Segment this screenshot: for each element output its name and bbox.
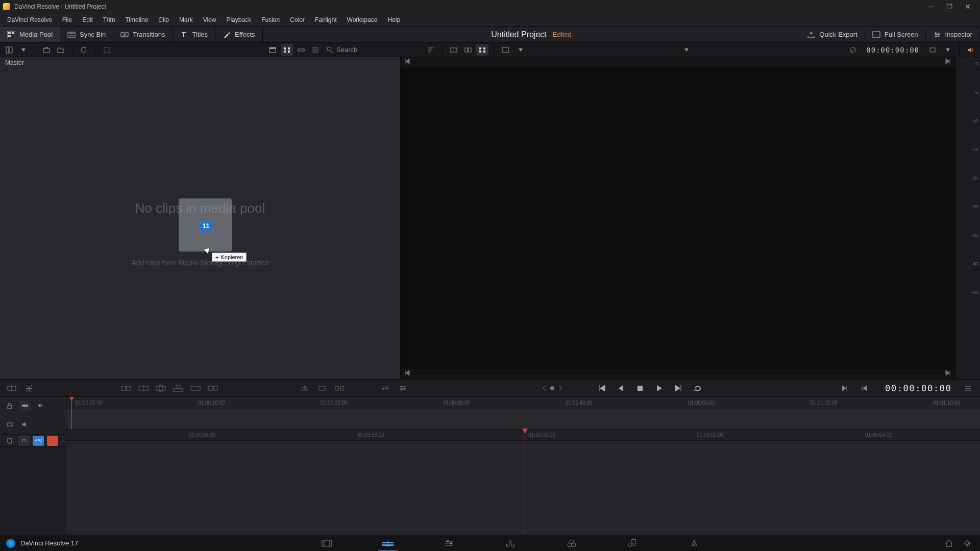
- cut-button[interactable]: [314, 382, 330, 395]
- track-mode-a[interactable]: [19, 400, 31, 411]
- step-back-button[interactable]: [613, 382, 628, 395]
- home-button[interactable]: [944, 539, 953, 547]
- audio-meter-toggle[interactable]: [965, 44, 977, 56]
- viewer-dropdown[interactable]: [680, 44, 693, 56]
- sync-button[interactable]: [395, 382, 410, 395]
- menu-help[interactable]: Help: [382, 13, 405, 26]
- boring-next[interactable]: [558, 385, 563, 391]
- viewer-last-button[interactable]: [945, 58, 952, 65]
- timeline-options-button[interactable]: [961, 382, 976, 395]
- menu-fairlight[interactable]: Fairlight: [310, 13, 342, 26]
- page-media[interactable]: [314, 535, 339, 552]
- inspector-toggle[interactable]: Inspector: [926, 31, 980, 39]
- av-sync-icon[interactable]: A/V: [33, 436, 44, 446]
- menu-edit[interactable]: Edit: [77, 13, 98, 26]
- media-pool-toggle[interactable]: Media Pool: [0, 27, 60, 42]
- strip-view-button[interactable]: [295, 44, 307, 56]
- media-pool-panel[interactable]: Master No clips in media pool Add clips …: [0, 57, 401, 379]
- effects-toggle[interactable]: Effects: [215, 27, 263, 42]
- lower-playhead[interactable]: [525, 430, 525, 535]
- boring-prev[interactable]: [542, 385, 547, 391]
- append-button[interactable]: [118, 382, 134, 395]
- viewer-next-edit-button[interactable]: [945, 370, 952, 377]
- track-mode-b[interactable]: [35, 400, 46, 411]
- blade-button[interactable]: [21, 382, 37, 395]
- go-last-button[interactable]: [671, 382, 687, 395]
- viewer-first-button[interactable]: [404, 58, 411, 65]
- list-view-button[interactable]: [309, 44, 322, 56]
- minimize-button[interactable]: ─: [922, 1, 940, 13]
- page-color[interactable]: [559, 535, 584, 552]
- menu-fusion[interactable]: Fusion: [256, 13, 285, 26]
- record-icon[interactable]: [47, 436, 58, 446]
- menu-color[interactable]: Color: [285, 13, 310, 26]
- menu-view[interactable]: View: [198, 13, 222, 26]
- thumbnail-view-button[interactable]: [281, 44, 293, 56]
- upper-track[interactable]: [66, 409, 980, 430]
- import-media-button[interactable]: [40, 44, 53, 56]
- timeline-timecode[interactable]: 00:00:00:00: [885, 383, 951, 393]
- page-edit[interactable]: [436, 535, 462, 552]
- marker-icon[interactable]: [4, 436, 15, 446]
- timecode-menu[interactable]: [926, 44, 939, 56]
- lower-ruler[interactable]: 00:59:56:00 00:59:58:00 01:00:00:00 01:0…: [66, 430, 980, 441]
- smart-insert-button[interactable]: [4, 382, 19, 395]
- stop-button[interactable]: [632, 382, 648, 395]
- page-deliver[interactable]: [681, 535, 707, 552]
- viewer-timecode[interactable]: 00:00:00:00: [866, 46, 919, 54]
- lower-tracks[interactable]: [66, 441, 980, 535]
- track-enable-a[interactable]: [4, 419, 15, 430]
- loop-button[interactable]: [691, 382, 706, 395]
- track-lock-icon[interactable]: [4, 400, 15, 411]
- next-clip-button[interactable]: [837, 382, 852, 395]
- track-audio-a[interactable]: [19, 419, 31, 430]
- snap-icon[interactable]: ⊓: [18, 436, 30, 446]
- page-fusion[interactable]: [498, 535, 523, 552]
- timeline-canvas[interactable]: 01:00:00:00 01:00:10:00 01:00:20:00 01:0…: [66, 397, 980, 535]
- refresh-button[interactable]: [78, 44, 90, 56]
- place-on-top-button[interactable]: [170, 382, 186, 395]
- ripple-button[interactable]: [136, 382, 151, 395]
- viewer-prev-edit-button[interactable]: [404, 370, 411, 377]
- close-up-button[interactable]: [153, 382, 168, 395]
- sort-button[interactable]: [425, 44, 437, 56]
- transitions-toggle[interactable]: Transitions: [113, 27, 173, 42]
- safe-area-dropdown[interactable]: [514, 44, 527, 56]
- menu-timeline[interactable]: Timeline: [120, 13, 153, 26]
- menu-mark[interactable]: Mark: [174, 13, 198, 26]
- menu-playback[interactable]: Playback: [221, 13, 256, 26]
- bin-path[interactable]: Master: [0, 57, 400, 68]
- dissolve-button[interactable]: [297, 382, 312, 395]
- quick-export-button[interactable]: Quick Export: [800, 31, 865, 39]
- upper-playhead[interactable]: [71, 397, 72, 430]
- sync-bin-toggle[interactable]: Sync Bin: [60, 27, 113, 42]
- page-cut[interactable]: [375, 535, 401, 552]
- viewer-canvas[interactable]: [401, 67, 955, 369]
- titles-toggle[interactable]: Titles: [173, 27, 215, 42]
- menu-clip[interactable]: Clip: [153, 13, 174, 26]
- tools-menu-button[interactable]: [378, 382, 393, 395]
- bypass-fx-button[interactable]: [847, 44, 859, 56]
- page-fairlight[interactable]: [620, 535, 646, 552]
- play-button[interactable]: [652, 382, 667, 395]
- safe-area-button[interactable]: [499, 44, 511, 56]
- smooth-cut-button[interactable]: [332, 382, 347, 395]
- metadata-view-button[interactable]: [266, 44, 279, 56]
- menu-trim[interactable]: Trim: [98, 13, 120, 26]
- maximize-button[interactable]: ☐: [940, 1, 959, 13]
- bin-list-toggle[interactable]: [3, 44, 15, 56]
- close-button[interactable]: ✕: [959, 1, 977, 13]
- prev-clip-button[interactable]: [856, 382, 872, 395]
- viewer-mode-source[interactable]: [448, 44, 460, 56]
- import-folder-button[interactable]: [55, 44, 67, 56]
- go-first-button[interactable]: [594, 382, 609, 395]
- resolve-fx-button[interactable]: [101, 44, 113, 56]
- search-input[interactable]: Search: [327, 46, 357, 54]
- upper-ruler[interactable]: 01:00:00:00 01:00:10:00 01:00:20:00 01:0…: [66, 397, 980, 409]
- source-overwrite-button[interactable]: [188, 382, 203, 395]
- bin-dropdown[interactable]: [17, 44, 30, 56]
- menu-davinci[interactable]: DaVinci Resolve: [2, 13, 57, 26]
- full-screen-button[interactable]: Full Screen: [865, 31, 926, 39]
- viewer-mode-tape[interactable]: [462, 44, 474, 56]
- ripple-overwrite-button[interactable]: [205, 382, 220, 395]
